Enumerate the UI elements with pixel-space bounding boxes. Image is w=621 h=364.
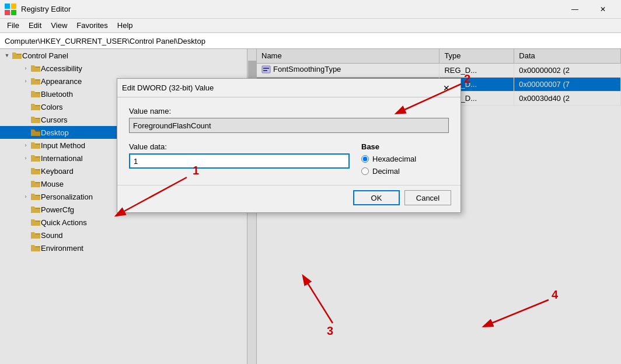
main-content: ▼ Control Panel › Accessibility › Appear… [0,49,621,364]
menu-view[interactable]: View [46,20,72,31]
dialog-overlay: Edit DWORD (32-bit) Value ✕ Value name: … [0,49,621,364]
window-controls: — ✕ [561,0,616,19]
radio-group-base: Hexadecimal Decimal [361,155,449,176]
radio-decimal-input[interactable] [361,167,369,175]
radio-decimal-label: Decimal [372,167,400,176]
base-label: Base [361,142,449,151]
value-data-section: Value data: [129,142,350,169]
title-bar: Registry Editor — ✕ [0,0,621,19]
menu-help[interactable]: Help [113,20,138,31]
menu-edit[interactable]: Edit [24,20,46,31]
app-icon [5,4,16,15]
svg-rect-3 [11,10,16,15]
dialog-title-bar: Edit DWORD (32-bit) Value ✕ [117,79,460,97]
menu-file[interactable]: File [2,20,24,31]
close-button[interactable]: ✕ [589,0,616,19]
radio-hexadecimal-input[interactable] [361,155,369,163]
svg-rect-0 [5,4,10,9]
ok-button[interactable]: OK [353,190,400,205]
edit-dword-dialog: Edit DWORD (32-bit) Value ✕ Value name: … [117,78,461,213]
menu-bar: File Edit View Favorites Help [0,19,621,33]
dialog-buttons: OK Cancel [117,185,460,212]
address-bar: Computer\HKEY_CURRENT_USER\Control Panel… [0,33,621,49]
radio-hexadecimal-label: Hexadecimal [372,155,416,163]
base-section: Base Hexadecimal Decimal [361,142,449,176]
value-data-row: Value data: Base Hexadecimal [129,142,449,176]
svg-rect-1 [11,4,16,9]
minimize-button[interactable]: — [561,0,588,19]
svg-rect-2 [5,10,10,15]
menu-favorites[interactable]: Favorites [72,20,112,31]
value-data-label: Value data: [129,142,350,151]
dialog-body: Value name: Value data: Base Hexadecimal [117,97,460,185]
dialog-title-text: Edit DWORD (32-bit) Value [122,83,437,92]
radio-decimal[interactable]: Decimal [361,167,449,176]
value-name-input[interactable] [129,118,449,133]
address-path: Computer\HKEY_CURRENT_USER\Control Panel… [5,37,205,46]
value-name-label: Value name: [129,107,449,116]
radio-hexadecimal[interactable]: Hexadecimal [361,155,449,163]
cancel-button[interactable]: Cancel [404,190,451,205]
dialog-close-button[interactable]: ✕ [437,80,456,96]
value-data-input[interactable] [129,153,350,169]
window-title: Registry Editor [21,5,561,13]
